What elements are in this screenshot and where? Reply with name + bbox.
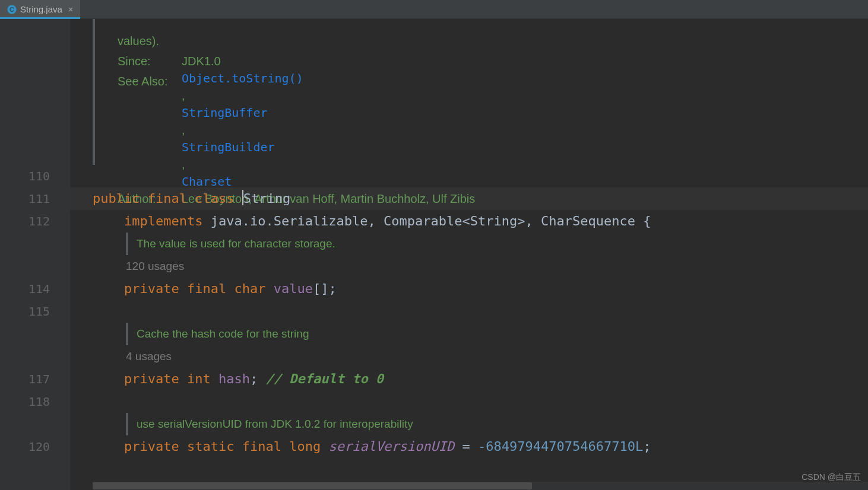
javadoc-tail-line: values). <box>118 31 868 51</box>
code-line[interactable]: private int hash; // Default to 0 <box>70 368 868 390</box>
line-number: 115 <box>0 300 50 323</box>
watermark: CSDN @白豆五 <box>802 472 861 483</box>
code-line[interactable]: implements java.io.Serializable, Compara… <box>70 210 868 233</box>
javadoc-since-value: JDK1.0 <box>182 51 868 71</box>
javadoc-since-label: Since: <box>118 51 177 71</box>
inline-doc: Cache the hash code for the string <box>126 323 868 345</box>
line-number: 114 <box>0 278 50 300</box>
line-number: 112 <box>0 210 50 233</box>
java-class-file-icon: C <box>7 5 17 14</box>
usages-inlay[interactable]: 120 usages <box>126 255 868 278</box>
line-number: 111 <box>0 187 50 210</box>
code-line[interactable]: private final char value[]; <box>70 278 868 300</box>
gutter[interactable]: 110 111 112 114 115 117 118 120 <box>0 19 70 490</box>
javadoc-link[interactable]: StringBuilder <box>182 140 868 154</box>
horizontal-scrollbar[interactable] <box>93 482 868 490</box>
javadoc-link[interactable]: StringBuffer <box>182 106 868 120</box>
line-number: 117 <box>0 368 50 390</box>
scrollbar-thumb[interactable] <box>93 482 532 489</box>
close-icon[interactable]: × <box>68 5 73 14</box>
line-number: 118 <box>0 390 50 413</box>
tab-bar: C String.java × <box>0 0 868 19</box>
inline-doc: use serialVersionUID from JDK 1.0.2 for … <box>126 413 868 435</box>
javadoc-seealso-label: See Also: <box>118 71 177 189</box>
code-area[interactable]: values). Since: JDK1.0 See Also: Object.… <box>70 19 868 490</box>
line-number: 110 <box>0 165 50 187</box>
editor: 110 111 112 114 115 117 118 120 values).… <box>0 19 868 490</box>
javadoc-link[interactable]: Object.toString() <box>182 71 868 85</box>
inline-doc: The value is used for character storage. <box>126 233 868 255</box>
rendered-javadoc: values). Since: JDK1.0 See Also: Object.… <box>93 19 868 165</box>
code-line[interactable] <box>70 390 868 413</box>
svg-text:C: C <box>9 6 14 13</box>
tab-label: String.java <box>20 4 62 14</box>
tab-string-java[interactable]: C String.java × <box>0 0 80 18</box>
code-line[interactable]: private static final long serialVersionU… <box>70 435 868 458</box>
line-number: 120 <box>0 435 50 458</box>
code-line[interactable] <box>70 300 868 323</box>
javadoc-link[interactable]: Charset <box>182 174 868 189</box>
usages-inlay[interactable]: 4 usages <box>126 345 868 368</box>
